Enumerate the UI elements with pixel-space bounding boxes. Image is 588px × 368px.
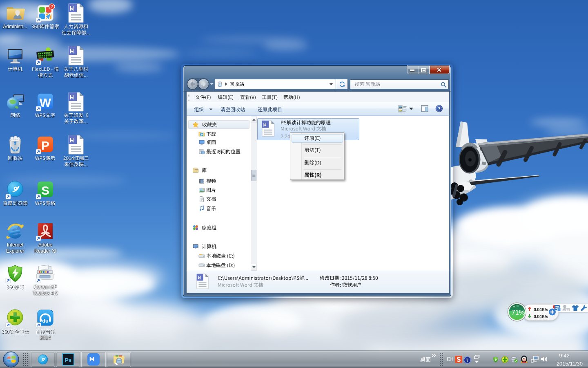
svg-text:Ps: Ps: [65, 357, 71, 363]
svg-text:S: S: [41, 184, 49, 197]
svg-text:?: ?: [438, 106, 440, 112]
svg-text:2: 2: [51, 4, 53, 9]
svg-text:W: W: [40, 96, 51, 109]
svg-text:?: ?: [466, 357, 469, 363]
svg-text:du: du: [42, 318, 49, 324]
svg-text:16: 16: [566, 308, 570, 312]
svg-text:P: P: [41, 139, 49, 152]
